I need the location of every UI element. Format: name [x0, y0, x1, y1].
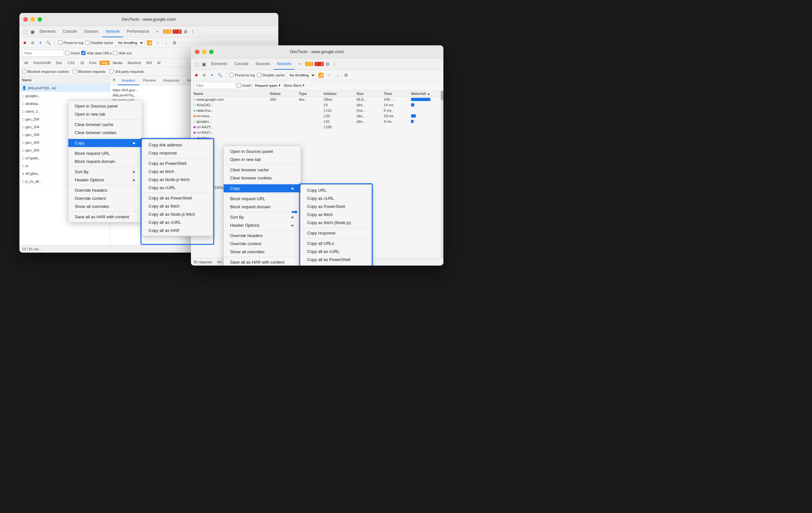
copy-all-fetch-2[interactable]: Copy all as fetch [301, 264, 371, 266]
copy-fetch-1[interactable]: Copy as fetch [142, 167, 213, 176]
device-icon-2[interactable]: ▣ [201, 61, 207, 68]
tab-network-2[interactable]: Network [274, 58, 294, 70]
tab-sources-1[interactable]: Sources [81, 26, 102, 37]
menu-copy-1[interactable]: Copy ▶ [68, 139, 142, 147]
more-icon-2[interactable]: ⋮ [331, 61, 338, 68]
scrollbar-2[interactable] [441, 91, 443, 258]
third-party-label-1[interactable]: 3rd-party requests [109, 69, 144, 74]
blocked-cookies-cb-1[interactable] [22, 69, 26, 74]
tab-network-1[interactable]: Network [102, 26, 123, 37]
tab-elements-2[interactable]: Elements [208, 58, 230, 70]
more-filters-btn-2[interactable]: More filters ▾ [284, 83, 304, 87]
menu-save-har-1[interactable]: Save all as HAR with content [68, 213, 142, 221]
disable-cache-cb-1[interactable] [85, 40, 90, 45]
menu-sort-2[interactable]: Sort By ▶ [224, 213, 301, 221]
menu-override-headers-1[interactable]: Override headers [68, 186, 142, 194]
table-row-8-2[interactable]: □ gen_204 [191, 141, 441, 146]
th-initiator-2[interactable]: Initiator [321, 91, 354, 97]
menu-sort-1[interactable]: Sort By ▶ [68, 168, 142, 176]
maximize-button-1[interactable] [37, 17, 42, 22]
menu-override-headers-2[interactable]: Override headers [224, 232, 301, 240]
menu-override-content-1[interactable]: Override content [68, 194, 142, 202]
menu-override-content-2[interactable]: Override content [224, 240, 301, 248]
close-button-1[interactable] [23, 17, 28, 22]
stop-icon-1[interactable]: ⊘ [30, 40, 36, 46]
copy-all-curl-1[interactable]: Copy all as cURL [142, 218, 213, 226]
copy-all-har-1[interactable]: Copy all as HAR [142, 226, 213, 235]
throttle-select-2[interactable]: No throttling [287, 72, 316, 78]
hide-data-urls-label-1[interactable]: Hide data URLs [81, 51, 112, 55]
copy-response-2[interactable]: Copy response [301, 229, 371, 237]
minimize-button-1[interactable] [30, 17, 35, 22]
menu-show-overrides-2[interactable]: Show all overrides [224, 248, 301, 256]
request-types-btn-2[interactable]: Request types ▾ [253, 82, 283, 88]
tab-elements-1[interactable]: Elements [36, 26, 59, 37]
disable-cache-label-1[interactable]: Disable cache [85, 40, 113, 45]
th-size-2[interactable]: Size [354, 91, 381, 97]
copy-powershell-2[interactable]: Copy as PowerShell [301, 202, 371, 211]
invert-cb-1[interactable] [65, 51, 69, 55]
copy-all-curl-2[interactable]: Copy all as cURL [301, 247, 371, 255]
record-icon-2[interactable]: ⏺ [194, 72, 199, 78]
menu-header-opts-1[interactable]: Header Options ▶ [68, 176, 142, 184]
tab-more-1[interactable]: » [153, 26, 162, 37]
th-type-2[interactable]: Type [296, 91, 321, 97]
close-button-2[interactable] [195, 50, 199, 54]
invert-label-1[interactable]: Invert [65, 51, 80, 55]
filter-input-1[interactable] [22, 50, 64, 57]
throttle-select-1[interactable]: No throttling [115, 40, 144, 46]
copy-nodejs-fetch-1[interactable]: Copy as Node.js fetch [142, 176, 213, 184]
hide-ext-cb-1[interactable] [113, 51, 117, 55]
th-waterfall-2[interactable]: Waterfall ▲ [408, 91, 441, 97]
type-ws-1[interactable]: WS [144, 60, 154, 65]
menu-clear-cookies-1[interactable]: Clear browser cookies [68, 129, 142, 137]
menu-show-overrides-1[interactable]: Show all overrides [68, 202, 142, 211]
filter-input-2[interactable] [194, 82, 236, 89]
menu-save-har-2[interactable]: Save all as HAR with content [224, 258, 301, 266]
detail-tab-preview-1[interactable]: Preview [139, 76, 160, 85]
table-row-3-2[interactable]: ■ m=cdos... ):20 (dis... 18 ms [191, 113, 441, 119]
settings-icon-2[interactable]: ⚙ [324, 61, 331, 68]
menu-clear-cookies-2[interactable]: Clear browser cookies [224, 174, 301, 182]
type-doc-1[interactable]: Doc [54, 60, 65, 65]
disable-cache-label-2[interactable]: Disable cache [257, 73, 285, 77]
menu-open-tab-2[interactable]: Open in new tab [224, 156, 301, 164]
menu-open-sources-1[interactable]: Open in Sources panel [68, 102, 142, 110]
copy-curl-1[interactable]: Copy as cURL [142, 184, 213, 192]
copy-powershell-1[interactable]: Copy as PowerShell [142, 159, 213, 167]
device-icon[interactable]: ▣ [29, 28, 36, 35]
menu-open-tab-1[interactable]: Open in new tab [68, 110, 142, 118]
menu-block-domain-2[interactable]: Block request domain [224, 203, 301, 211]
copy-all-urls-2[interactable]: Copy all URLs [301, 239, 371, 247]
copy-fetch-2[interactable]: Copy as fetch [301, 211, 371, 219]
menu-block-domain-1[interactable]: Block request domain [68, 157, 142, 165]
upload-icon-1[interactable]: ↑ [155, 39, 161, 46]
stop-icon-2[interactable]: ⊘ [201, 72, 207, 78]
scroll-thumb-2[interactable] [441, 91, 443, 100]
copy-all-fetch-1[interactable]: Copy all as fetch [142, 202, 213, 210]
tab-console-2[interactable]: Console [231, 58, 252, 70]
detail-tab-headers-1[interactable]: Headers [118, 76, 139, 85]
th-time-2[interactable]: Time [381, 91, 408, 97]
tab-more-2[interactable]: » [295, 58, 304, 70]
search-icon-2[interactable]: 🔍 [217, 72, 223, 78]
th-status-2[interactable]: Status [267, 91, 296, 97]
upload-icon-2[interactable]: ↑ [326, 72, 333, 78]
detail-tab-response-1[interactable]: Response [160, 76, 183, 85]
copy-all-powershell-2[interactable]: Copy all as PowerShell [301, 255, 371, 264]
table-row-0-2[interactable]: □ www.google.com 200 doc Other 56.6... 1… [191, 97, 441, 102]
maximize-button-2[interactable] [209, 50, 213, 54]
menu-copy-2[interactable]: Copy ▶ [224, 184, 301, 192]
disable-cache-cb-2[interactable] [257, 73, 261, 77]
tab-performance-1[interactable]: Performance [124, 26, 152, 37]
th-name-2[interactable]: Name [191, 91, 267, 97]
type-font-1[interactable]: Font [87, 60, 99, 65]
invert-cb-2[interactable] [237, 83, 241, 87]
download-icon-1[interactable]: ↓ [163, 39, 170, 46]
menu-block-url-2[interactable]: Block request URL [224, 195, 301, 203]
menu-clear-cache-2[interactable]: Clear browser cache [224, 166, 301, 174]
type-media-1[interactable]: Media [110, 60, 125, 65]
type-fetch-xhr-1[interactable]: Fetch/XHR [31, 60, 53, 65]
wifi-icon-1[interactable]: 📶 [146, 39, 153, 46]
type-css-1[interactable]: CSS [65, 60, 77, 65]
